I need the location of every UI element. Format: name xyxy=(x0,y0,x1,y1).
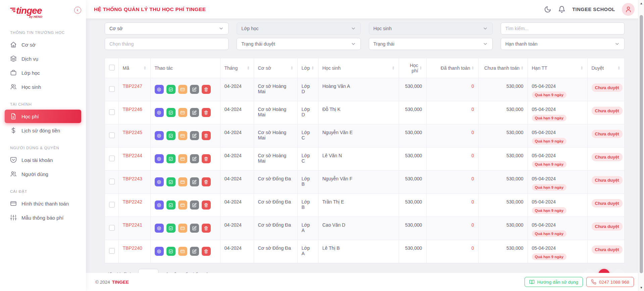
page-scrollbar[interactable]: ▲ ▼ xyxy=(638,0,644,291)
row-checkbox[interactable] xyxy=(109,225,115,231)
approve-button[interactable] xyxy=(166,108,176,117)
view-button[interactable] xyxy=(155,177,164,186)
payment-button[interactable] xyxy=(178,200,187,210)
fee-code-link[interactable]: TBP2243 xyxy=(123,176,142,181)
footer-brand-link[interactable]: TINGEE xyxy=(112,280,129,285)
month-picker-input[interactable]: Chọn tháng xyxy=(105,38,229,50)
sort-icon[interactable]: ▲▼ xyxy=(472,66,474,70)
page-size-stepper[interactable]: 20 ▲▼ xyxy=(138,269,158,273)
fee-code-link[interactable]: TBP2245 xyxy=(123,130,142,135)
sidebar-item-lich-su-dong-tien[interactable]: Lịch sử đóng tiền xyxy=(5,124,81,137)
payment-button[interactable] xyxy=(178,85,187,94)
filter-han-thanh-toan-select[interactable]: Hạn thanh toán xyxy=(501,38,625,50)
view-button[interactable] xyxy=(155,131,164,140)
sort-icon[interactable]: ▲▼ xyxy=(311,66,314,70)
sidebar-item-lop-hoc[interactable]: Lớp học xyxy=(5,66,81,79)
sidebar-item-loai-tai-khoan[interactable]: Loại tài khoản xyxy=(5,153,81,167)
hotline-button[interactable]: 0247 1088 968 xyxy=(586,277,634,287)
fee-code-link[interactable]: TBP2244 xyxy=(123,153,142,158)
row-checkbox[interactable] xyxy=(109,132,115,138)
edit-button[interactable] xyxy=(190,224,199,233)
fee-code-link[interactable]: TBP2247 xyxy=(123,83,142,89)
dark-mode-toggle[interactable] xyxy=(544,6,551,13)
view-button[interactable] xyxy=(155,85,164,94)
sidebar-item-co-so[interactable]: Cơ sở xyxy=(5,38,81,51)
sidebar-item-hoc-phi[interactable]: Học phí xyxy=(5,110,81,123)
sort-icon[interactable]: ▲▼ xyxy=(419,66,422,70)
row-checkbox[interactable] xyxy=(109,109,115,115)
sidebar-item-mau-thong-bao-phi[interactable]: Mẫu thông báo phí xyxy=(5,211,81,224)
approve-button[interactable] xyxy=(166,200,176,210)
approve-button[interactable] xyxy=(166,131,176,140)
filter-trang-thai-select[interactable]: Trạng thái xyxy=(369,38,493,50)
scroll-up-arrow-icon[interactable]: ▲ xyxy=(639,2,644,5)
delete-button[interactable] xyxy=(202,154,211,163)
row-checkbox[interactable] xyxy=(109,248,115,254)
sort-icon[interactable]: ▲▼ xyxy=(581,66,583,70)
payment-button[interactable] xyxy=(178,154,187,163)
view-button[interactable] xyxy=(155,247,164,256)
edit-button[interactable] xyxy=(190,247,199,256)
edit-button[interactable] xyxy=(190,108,199,117)
delete-button[interactable] xyxy=(202,200,211,210)
avatar[interactable] xyxy=(622,3,635,16)
fee-code-link[interactable]: TBP2240 xyxy=(123,245,142,251)
approve-button[interactable] xyxy=(166,224,176,233)
view-button[interactable] xyxy=(155,154,164,163)
user-guide-button[interactable]: Hướng dẫn sử dụng xyxy=(525,277,583,287)
sort-icon[interactable]: ▲▼ xyxy=(521,66,523,70)
edit-button[interactable] xyxy=(190,177,199,186)
filter-lop-hoc-select[interactable]: Lớp học xyxy=(237,22,360,35)
fee-code-link[interactable]: TBP2246 xyxy=(123,107,142,112)
payment-button[interactable] xyxy=(178,247,187,256)
filter-trang-thai-duyet-select[interactable]: Trạng thái duyệt xyxy=(237,38,360,50)
filter-hoc-sinh-select[interactable]: Học sinh xyxy=(369,22,493,35)
delete-button[interactable] xyxy=(202,247,211,256)
payment-button[interactable] xyxy=(178,224,187,233)
sort-icon[interactable]: ▲▼ xyxy=(618,66,620,70)
search-input[interactable]: Tìm kiếm... xyxy=(501,22,625,35)
delete-button[interactable] xyxy=(202,108,211,117)
approve-button[interactable] xyxy=(166,85,176,94)
sort-icon[interactable]: ▲▼ xyxy=(291,66,293,70)
next-page-button[interactable] xyxy=(613,269,625,273)
fee-code-link[interactable]: TBP2242 xyxy=(123,199,142,205)
sidebar-item-hinh-thuc-thanh-toan[interactable]: Hình thức thanh toán xyxy=(5,197,81,210)
view-button[interactable] xyxy=(155,224,164,233)
delete-button[interactable] xyxy=(202,131,211,140)
sidebar-item-nguoi-dung[interactable]: Người dùng xyxy=(5,167,81,181)
edit-button[interactable] xyxy=(190,131,199,140)
approve-button[interactable] xyxy=(166,247,176,256)
notifications-button[interactable] xyxy=(558,6,565,13)
delete-button[interactable] xyxy=(202,85,211,94)
view-button[interactable] xyxy=(155,200,164,210)
row-checkbox[interactable] xyxy=(109,202,115,208)
sidebar-item-dich-vu[interactable]: Dịch vụ xyxy=(5,52,81,65)
row-checkbox[interactable] xyxy=(109,156,115,161)
sidebar-collapse-button[interactable] xyxy=(74,7,81,14)
scrollbar-thumb[interactable] xyxy=(640,15,643,273)
sidebar-item-hoc-sinh[interactable]: Học sinh xyxy=(5,80,81,94)
row-checkbox[interactable] xyxy=(109,86,115,92)
row-checkbox[interactable] xyxy=(109,179,115,184)
approve-button[interactable] xyxy=(166,154,176,163)
delete-button[interactable] xyxy=(202,224,211,233)
scroll-down-arrow-icon[interactable]: ▼ xyxy=(639,286,644,289)
payment-button[interactable] xyxy=(178,131,187,140)
edit-button[interactable] xyxy=(190,200,199,210)
payment-button[interactable] xyxy=(178,108,187,117)
select-all-checkbox[interactable] xyxy=(109,65,115,70)
edit-button[interactable] xyxy=(190,85,199,94)
view-button[interactable] xyxy=(155,108,164,117)
sort-icon[interactable]: ▲▼ xyxy=(247,66,249,70)
prev-page-button[interactable] xyxy=(584,269,595,273)
delete-button[interactable] xyxy=(202,177,211,186)
fee-code-link[interactable]: TBP2241 xyxy=(123,222,142,228)
filter-co-so-select[interactable]: Cơ sở xyxy=(105,22,229,35)
sort-icon[interactable]: ▲▼ xyxy=(144,66,146,70)
approve-button[interactable] xyxy=(166,177,176,186)
sort-icon[interactable]: ▲▼ xyxy=(392,66,394,70)
edit-button[interactable] xyxy=(190,154,199,163)
page-1-button[interactable]: 1 xyxy=(598,269,610,273)
payment-button[interactable] xyxy=(178,177,187,186)
